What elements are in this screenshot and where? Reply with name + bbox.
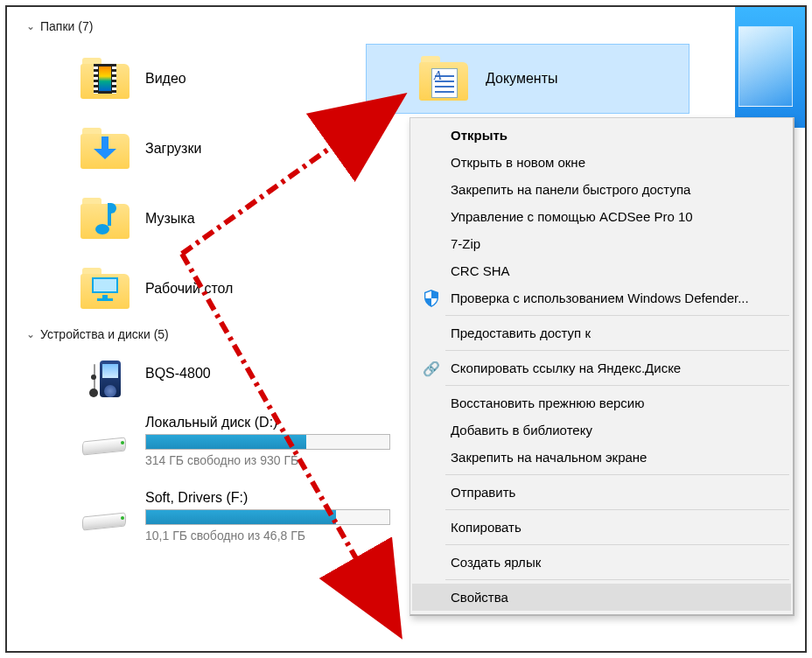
- menu-acdsee-manage[interactable]: Управление с помощью ACDSee Pro 10: [412, 203, 791, 230]
- menu-copy[interactable]: Копировать: [412, 514, 791, 541]
- folder-documents-icon: A: [419, 56, 468, 102]
- menu-share-access[interactable]: Предоставить доступ к: [412, 319, 791, 346]
- menu-separator: [445, 579, 789, 580]
- context-menu: Открыть Открыть в новом окне Закрепить н…: [410, 117, 794, 616]
- menu-separator: [445, 544, 789, 545]
- folder-icon: [80, 198, 130, 240]
- section-folders-label: Папки (7): [40, 19, 93, 33]
- drive-name: Локальный диск (D:): [145, 415, 390, 430]
- drive-usage-fill: [146, 435, 306, 449]
- menu-separator: [445, 350, 789, 351]
- menu-separator: [445, 509, 789, 510]
- folder-icon: [80, 128, 130, 170]
- menu-pin-quick-access[interactable]: Закрепить на панели быстрого доступа: [412, 176, 791, 203]
- folder-label: Рабочий стол: [145, 281, 233, 297]
- folder-item-documents[interactable]: A Документы: [366, 44, 690, 114]
- drive-free-text: 314 ГБ свободно из 930 ГБ: [145, 453, 390, 467]
- folder-icon: [80, 268, 130, 310]
- menu-separator: [445, 474, 789, 475]
- menu-properties[interactable]: Свойства: [412, 584, 791, 611]
- section-devices-label: Устройства и диски (5): [40, 327, 169, 341]
- menu-separator: [445, 315, 789, 316]
- drive-usage-fill: [146, 510, 336, 524]
- chevron-down-icon: ⌄: [26, 328, 35, 340]
- folder-icon: [80, 58, 130, 100]
- menu-pin-start[interactable]: Закрепить на начальном экране: [412, 444, 791, 471]
- device-label: BQS-4800: [145, 366, 211, 382]
- drive-usage-bar: [145, 509, 390, 525]
- menu-crc-sha[interactable]: CRC SHA: [412, 257, 791, 284]
- menu-separator: [445, 385, 789, 386]
- shield-icon: [421, 288, 442, 309]
- section-folders-header[interactable]: ⌄ Папки (7): [24, 16, 788, 44]
- folder-item-music[interactable]: Музыка: [24, 184, 366, 254]
- drive-icon: [80, 430, 130, 462]
- menu-open[interactable]: Открыть: [412, 122, 791, 149]
- menu-defender-scan[interactable]: Проверка с использованием Windows Defend…: [412, 284, 791, 312]
- drive-icon: [80, 506, 130, 537]
- menu-create-shortcut[interactable]: Создать ярлык: [412, 549, 791, 576]
- menu-add-to-library[interactable]: Добавить в библиотеку: [412, 416, 791, 444]
- folder-item-desktop[interactable]: Рабочий стол: [24, 254, 366, 324]
- folder-item-downloads[interactable]: Загрузки: [24, 114, 366, 184]
- mp3-player-icon: [80, 360, 130, 402]
- folder-label: Загрузки: [145, 141, 201, 157]
- menu-send-to[interactable]: Отправить: [412, 479, 791, 506]
- menu-open-new-window[interactable]: Открыть в новом окне: [412, 149, 791, 176]
- drive-usage-bar: [145, 434, 390, 450]
- chevron-down-icon: ⌄: [26, 20, 35, 32]
- drive-name: Soft, Drivers (F:): [145, 490, 390, 506]
- folder-label: Документы: [486, 71, 557, 87]
- menu-restore-previous[interactable]: Восстановить прежнюю версию: [412, 389, 791, 416]
- folder-item-video[interactable]: Видео: [24, 44, 366, 114]
- link-icon: 🔗: [421, 358, 442, 379]
- drive-free-text: 10,1 ГБ свободно из 46,8 ГБ: [145, 528, 390, 542]
- menu-7zip[interactable]: 7-Zip: [412, 230, 791, 257]
- folder-label: Музыка: [145, 211, 195, 227]
- folder-label: Видео: [145, 71, 186, 87]
- menu-yandex-link[interactable]: 🔗 Скопировать ссылку на Яндекс.Диске: [412, 354, 791, 382]
